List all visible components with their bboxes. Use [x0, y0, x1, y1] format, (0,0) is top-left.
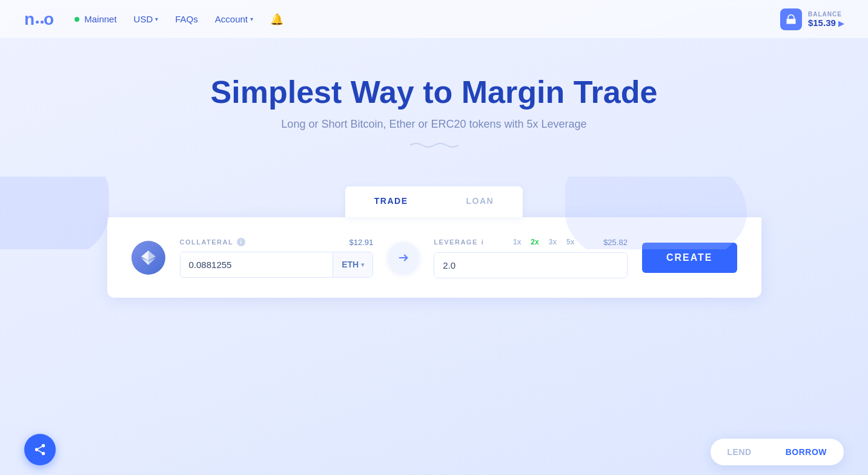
leverage-section: LEVERAGE i 1x 2x 3x 5x $25.82 2.0 — [434, 237, 628, 278]
collateral-value: $12.91 — [349, 238, 373, 247]
token-dropdown[interactable]: ETH ▾ — [333, 252, 373, 277]
tab-loan[interactable]: LOAN — [437, 186, 523, 217]
balance-info: BALANCE $15.39 ▶ — [808, 11, 844, 28]
account-dropdown[interactable]: Account ▾ — [215, 14, 253, 24]
collateral-info-icon[interactable]: i — [237, 238, 245, 246]
leverage-info-icon[interactable]: i — [482, 238, 485, 246]
logo-text: n o — [24, 10, 55, 29]
token-label: ETH — [342, 260, 359, 269]
nav-links: Mainnet USD ▾ FAQs Account ▾ 🔔 — [75, 13, 780, 26]
panel-inner: COLLATERAL i $12.91 0.0881255 ETH ▾ — [131, 237, 737, 278]
tab-trade[interactable]: TRADE — [345, 186, 437, 217]
token-chevron-icon: ▾ — [361, 261, 364, 268]
currency-label: USD — [134, 14, 153, 24]
leverage-1x-button[interactable]: 1x — [511, 237, 523, 247]
leverage-2x-button[interactable]: 2x — [528, 237, 541, 247]
wave-decoration — [410, 142, 459, 149]
collateral-input-group: 0.0881255 ETH ▾ — [180, 252, 374, 278]
balance-label: BALANCE — [808, 11, 844, 18]
main-content: Simplest Way to Margin Trade Long or Sho… — [0, 39, 868, 298]
lend-button[interactable]: LEND — [711, 439, 769, 465]
currency-chevron-icon: ▾ — [155, 16, 158, 22]
currency-dropdown[interactable]: USD ▾ — [134, 14, 159, 24]
trade-panel-wrapper: COLLATERAL i $12.91 0.0881255 ETH ▾ — [83, 217, 786, 298]
svg-point-9 — [42, 452, 45, 456]
svg-point-8 — [35, 448, 39, 451]
account-chevron-icon: ▾ — [250, 16, 253, 22]
network-label: Mainnet — [84, 14, 116, 24]
leverage-5x-button[interactable]: 5x — [564, 237, 577, 247]
navbar: n o Mainnet USD ▾ FAQs Account ▾ 🔔 — [0, 0, 868, 39]
svg-point-7 — [42, 444, 45, 448]
logo[interactable]: n o — [24, 10, 55, 29]
balance-section[interactable]: BALANCE $15.39 ▶ — [780, 8, 844, 30]
leverage-value: $25.82 — [603, 238, 628, 247]
leverage-label: LEVERAGE i — [434, 238, 484, 246]
collateral-section: COLLATERAL i $12.91 0.0881255 ETH ▾ — [180, 238, 374, 278]
eth-logo — [131, 241, 165, 275]
svg-line-10 — [38, 450, 42, 453]
network-status-dot — [75, 17, 79, 22]
svg-line-11 — [38, 447, 42, 449]
leverage-input-group: 2.0 — [434, 252, 628, 278]
network-indicator[interactable]: Mainnet — [75, 14, 116, 24]
collateral-header: COLLATERAL i $12.91 — [180, 238, 374, 247]
lend-borrow-container: LEND BORROW — [711, 439, 844, 465]
hero-subtitle: Long or Short Bitcoin, Ether or ERC20 to… — [24, 118, 844, 131]
svg-rect-0 — [789, 19, 792, 21]
tab-group: TRADE LOAN — [345, 186, 523, 217]
collateral-input[interactable]: 0.0881255 — [181, 252, 333, 277]
faqs-label: FAQs — [175, 14, 198, 24]
leverage-buttons: 1x 2x 3x 5x — [511, 237, 577, 247]
leverage-input[interactable]: 2.0 — [434, 253, 627, 278]
balance-amount: $15.39 ▶ — [808, 18, 844, 28]
balance-arrow-icon: ▶ — [838, 19, 844, 28]
faqs-link[interactable]: FAQs — [175, 14, 198, 24]
create-button[interactable]: CREATE — [642, 243, 737, 273]
hero-title: Simplest Way to Margin Trade — [24, 75, 844, 110]
notification-bell-icon[interactable]: 🔔 — [270, 13, 283, 26]
leverage-header: LEVERAGE i 1x 2x 3x 5x $25.82 — [434, 237, 628, 247]
collateral-label: COLLATERAL i — [180, 238, 246, 246]
tabs-container: TRADE LOAN — [0, 186, 868, 217]
balance-wallet-icon — [780, 8, 802, 30]
hero-section: Simplest Way to Margin Trade Long or Sho… — [0, 39, 868, 169]
swap-arrow-button[interactable] — [388, 242, 419, 274]
nav-right: BALANCE $15.39 ▶ — [780, 8, 844, 30]
leverage-3x-button[interactable]: 3x — [546, 237, 559, 247]
account-label: Account — [215, 14, 248, 24]
borrow-button[interactable]: BORROW — [769, 439, 844, 465]
share-button[interactable] — [24, 434, 56, 465]
trade-panel: COLLATERAL i $12.91 0.0881255 ETH ▾ — [107, 217, 761, 298]
